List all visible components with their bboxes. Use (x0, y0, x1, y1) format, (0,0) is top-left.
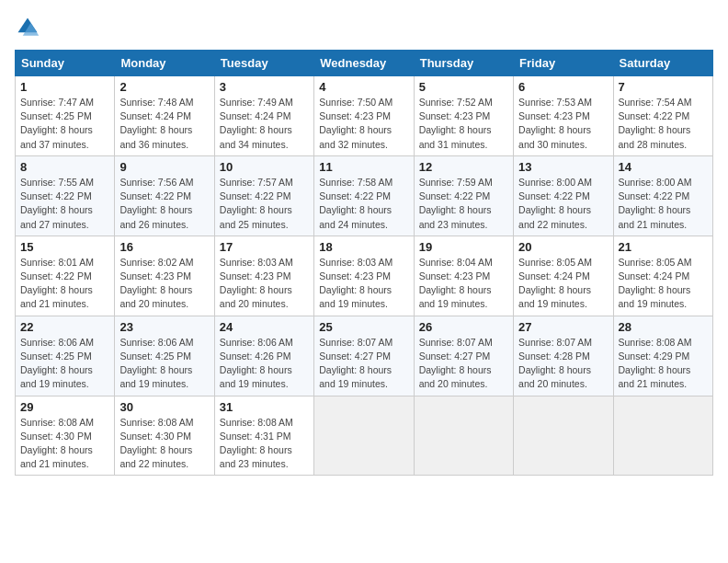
day-info: Sunrise: 7:55 AMSunset: 4:22 PMDaylight:… (20, 176, 109, 232)
day-info: Sunrise: 7:53 AMSunset: 4:23 PMDaylight:… (518, 96, 608, 152)
calendar-cell: 12Sunrise: 7:59 AMSunset: 4:22 PMDayligh… (414, 155, 513, 236)
logo-icon (15, 15, 40, 40)
calendar-cell (514, 396, 613, 476)
calendar-cell: 9Sunrise: 7:56 AMSunset: 4:22 PMDaylight… (115, 155, 214, 236)
day-info: Sunrise: 7:49 AMSunset: 4:24 PMDaylight:… (220, 96, 309, 152)
day-number: 27 (518, 320, 608, 334)
day-number: 28 (619, 320, 708, 334)
weekday-header: Saturday (613, 51, 712, 76)
day-info: Sunrise: 8:07 AMSunset: 4:27 PMDaylight:… (419, 336, 508, 392)
day-info: Sunrise: 8:03 AMSunset: 4:23 PMDaylight:… (220, 256, 309, 312)
logo (15, 15, 44, 40)
calendar-cell (314, 396, 414, 476)
day-info: Sunrise: 7:58 AMSunset: 4:22 PMDaylight:… (319, 176, 408, 232)
day-info: Sunrise: 7:59 AMSunset: 4:22 PMDaylight:… (419, 176, 508, 232)
day-number: 20 (518, 240, 608, 254)
day-info: Sunrise: 8:06 AMSunset: 4:26 PMDaylight:… (220, 336, 309, 392)
day-number: 9 (119, 160, 209, 174)
day-info: Sunrise: 8:06 AMSunset: 4:25 PMDaylight:… (119, 336, 209, 392)
calendar-cell: 3Sunrise: 7:49 AMSunset: 4:24 PMDaylight… (214, 76, 313, 156)
calendar-week-row: 1Sunrise: 7:47 AMSunset: 4:25 PMDaylight… (16, 76, 713, 156)
calendar-table: SundayMondayTuesdayWednesdayThursdayFrid… (15, 50, 713, 476)
calendar-cell: 18Sunrise: 8:03 AMSunset: 4:23 PMDayligh… (314, 236, 414, 316)
day-info: Sunrise: 8:04 AMSunset: 4:23 PMDaylight:… (419, 256, 508, 312)
calendar-cell: 26Sunrise: 8:07 AMSunset: 4:27 PMDayligh… (414, 316, 513, 396)
day-info: Sunrise: 7:47 AMSunset: 4:25 PMDaylight:… (20, 96, 109, 152)
weekday-header: Tuesday (214, 51, 313, 76)
day-number: 11 (319, 160, 408, 174)
calendar-cell: 8Sunrise: 7:55 AMSunset: 4:22 PMDaylight… (16, 155, 115, 236)
calendar-cell: 25Sunrise: 8:07 AMSunset: 4:27 PMDayligh… (314, 316, 414, 396)
weekday-header: Friday (514, 51, 613, 76)
weekday-header: Wednesday (314, 51, 414, 76)
weekday-header: Monday (115, 51, 214, 76)
calendar-cell (613, 396, 712, 476)
calendar-cell: 22Sunrise: 8:06 AMSunset: 4:25 PMDayligh… (16, 316, 115, 396)
day-info: Sunrise: 7:52 AMSunset: 4:23 PMDaylight:… (419, 96, 508, 152)
day-number: 1 (20, 80, 109, 94)
day-number: 30 (119, 400, 209, 414)
day-info: Sunrise: 8:05 AMSunset: 4:24 PMDaylight:… (619, 256, 708, 312)
day-number: 15 (20, 240, 109, 254)
day-info: Sunrise: 8:07 AMSunset: 4:27 PMDaylight:… (319, 336, 408, 392)
day-info: Sunrise: 7:57 AMSunset: 4:22 PMDaylight:… (220, 176, 309, 232)
day-number: 12 (419, 160, 508, 174)
day-number: 8 (20, 160, 109, 174)
calendar-cell: 14Sunrise: 8:00 AMSunset: 4:22 PMDayligh… (613, 155, 712, 236)
day-info: Sunrise: 8:01 AMSunset: 4:22 PMDaylight:… (20, 256, 109, 312)
calendar-week-row: 29Sunrise: 8:08 AMSunset: 4:30 PMDayligh… (16, 396, 713, 476)
calendar-week-row: 15Sunrise: 8:01 AMSunset: 4:22 PMDayligh… (16, 236, 713, 316)
calendar-cell: 15Sunrise: 8:01 AMSunset: 4:22 PMDayligh… (16, 236, 115, 316)
day-number: 29 (20, 400, 109, 414)
calendar-cell: 24Sunrise: 8:06 AMSunset: 4:26 PMDayligh… (214, 316, 313, 396)
calendar-cell: 4Sunrise: 7:50 AMSunset: 4:23 PMDaylight… (314, 76, 414, 156)
day-number: 18 (319, 240, 408, 254)
weekday-header: Thursday (414, 51, 513, 76)
calendar-week-row: 8Sunrise: 7:55 AMSunset: 4:22 PMDaylight… (16, 155, 713, 236)
calendar-cell: 13Sunrise: 8:00 AMSunset: 4:22 PMDayligh… (514, 155, 613, 236)
weekday-header: Sunday (16, 51, 115, 76)
calendar-cell: 27Sunrise: 8:07 AMSunset: 4:28 PMDayligh… (514, 316, 613, 396)
day-number: 24 (220, 320, 309, 334)
calendar-cell: 20Sunrise: 8:05 AMSunset: 4:24 PMDayligh… (514, 236, 613, 316)
day-number: 4 (319, 80, 408, 94)
day-number: 19 (419, 240, 508, 254)
calendar-cell: 17Sunrise: 8:03 AMSunset: 4:23 PMDayligh… (214, 236, 313, 316)
day-number: 13 (518, 160, 608, 174)
day-number: 6 (518, 80, 608, 94)
calendar-cell: 2Sunrise: 7:48 AMSunset: 4:24 PMDaylight… (115, 76, 214, 156)
day-number: 25 (319, 320, 408, 334)
day-number: 26 (419, 320, 508, 334)
day-number: 7 (619, 80, 708, 94)
day-number: 10 (220, 160, 309, 174)
calendar-cell: 19Sunrise: 8:04 AMSunset: 4:23 PMDayligh… (414, 236, 513, 316)
day-number: 21 (619, 240, 708, 254)
day-info: Sunrise: 7:54 AMSunset: 4:22 PMDaylight:… (619, 96, 708, 152)
day-info: Sunrise: 8:00 AMSunset: 4:22 PMDaylight:… (619, 176, 708, 232)
calendar-cell: 10Sunrise: 7:57 AMSunset: 4:22 PMDayligh… (214, 155, 313, 236)
calendar-cell (414, 396, 513, 476)
day-info: Sunrise: 8:08 AMSunset: 4:31 PMDaylight:… (220, 416, 309, 472)
day-number: 14 (619, 160, 708, 174)
header (15, 15, 713, 40)
day-info: Sunrise: 7:50 AMSunset: 4:23 PMDaylight:… (319, 96, 408, 152)
day-number: 5 (419, 80, 508, 94)
calendar-cell: 7Sunrise: 7:54 AMSunset: 4:22 PMDaylight… (613, 76, 712, 156)
calendar-cell: 30Sunrise: 8:08 AMSunset: 4:30 PMDayligh… (115, 396, 214, 476)
day-info: Sunrise: 8:03 AMSunset: 4:23 PMDaylight:… (319, 256, 408, 312)
day-info: Sunrise: 8:08 AMSunset: 4:30 PMDaylight:… (20, 416, 109, 472)
day-info: Sunrise: 8:02 AMSunset: 4:23 PMDaylight:… (119, 256, 209, 312)
day-number: 17 (220, 240, 309, 254)
day-info: Sunrise: 8:05 AMSunset: 4:24 PMDaylight:… (518, 256, 608, 312)
day-info: Sunrise: 8:07 AMSunset: 4:28 PMDaylight:… (518, 336, 608, 392)
weekday-header-row: SundayMondayTuesdayWednesdayThursdayFrid… (16, 51, 713, 76)
calendar-cell: 28Sunrise: 8:08 AMSunset: 4:29 PMDayligh… (613, 316, 712, 396)
day-info: Sunrise: 8:08 AMSunset: 4:29 PMDaylight:… (619, 336, 708, 392)
calendar-cell: 1Sunrise: 7:47 AMSunset: 4:25 PMDaylight… (16, 76, 115, 156)
page: SundayMondayTuesdayWednesdayThursdayFrid… (0, 0, 728, 563)
calendar-cell: 16Sunrise: 8:02 AMSunset: 4:23 PMDayligh… (115, 236, 214, 316)
calendar-cell: 31Sunrise: 8:08 AMSunset: 4:31 PMDayligh… (214, 396, 313, 476)
day-number: 2 (119, 80, 209, 94)
day-number: 31 (220, 400, 309, 414)
calendar-cell: 11Sunrise: 7:58 AMSunset: 4:22 PMDayligh… (314, 155, 414, 236)
